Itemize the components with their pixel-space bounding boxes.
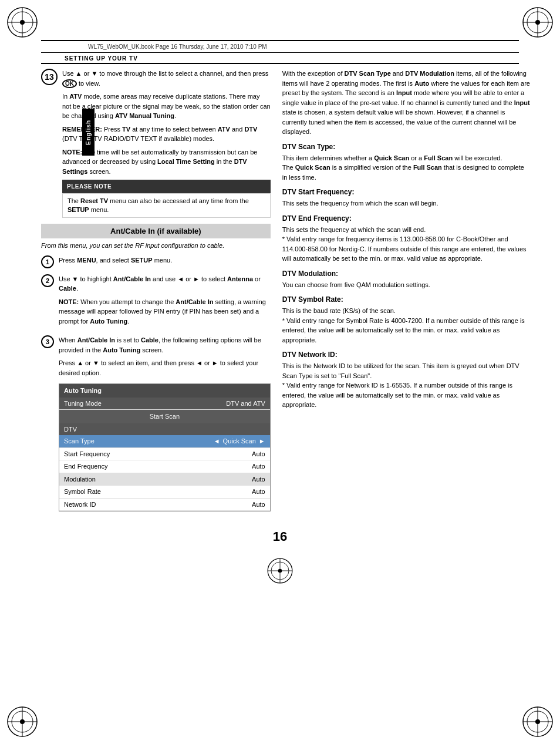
tv-menu-start-freq-row: Start Frequency Auto bbox=[59, 448, 270, 461]
step-3-text: When Ant/Cable In is set to Cable, the f… bbox=[59, 335, 271, 355]
network-id-label: Network ID bbox=[64, 500, 96, 510]
right-col-intro: With the exception of DTV Scan Type and … bbox=[282, 69, 531, 137]
right-column: With the exception of DTV Scan Type and … bbox=[282, 69, 531, 517]
tv-menu-header: Auto Tuning bbox=[59, 384, 270, 398]
dtv-end-freq-heading: DTV End Frequency: bbox=[282, 214, 531, 223]
dtv-symbol-rate-body: This is the baud rate (KS/s) of the scan… bbox=[282, 306, 531, 345]
corner-decoration-tl bbox=[5, 5, 40, 40]
corner-decoration-bl bbox=[5, 704, 40, 739]
section-title: SETTING UP YOUR TV bbox=[41, 53, 519, 63]
tv-menu: Auto Tuning Tuning Mode DTV and ATV Star… bbox=[59, 383, 271, 511]
step-2: 2 Use ▼ to highlight Ant/Cable In and us… bbox=[41, 274, 271, 330]
ant-cable-intro: From this menu, you can set the RF input… bbox=[41, 241, 271, 250]
tuning-mode-value: DTV and ATV bbox=[226, 399, 265, 409]
please-note-box: PLEASE NOTE The Reset TV menu can also b… bbox=[62, 180, 271, 218]
step-3-content: When Ant/Cable In is set to Cable, the f… bbox=[59, 335, 271, 511]
dtv-scan-type-heading: DTV Scan Type: bbox=[282, 143, 531, 151]
step-2-note: NOTE: When you attempt to change the Ant… bbox=[59, 297, 271, 326]
svg-point-19 bbox=[535, 719, 540, 724]
please-note-header: PLEASE NOTE bbox=[62, 180, 271, 193]
scan-type-value: ◄ Quick Scan ► bbox=[214, 436, 265, 446]
dtv-modulation-body: You can choose from five QAM modulation … bbox=[282, 280, 531, 290]
dtv-network-id-heading: DTV Network ID: bbox=[282, 351, 531, 359]
network-id-value: Auto bbox=[252, 500, 265, 510]
modulation-value: Auto bbox=[252, 474, 265, 484]
tuning-mode-label: Tuning Mode bbox=[64, 399, 102, 409]
step-3-number: 3 bbox=[41, 335, 54, 348]
modulation-label: Modulation bbox=[64, 474, 96, 484]
end-freq-value: Auto bbox=[252, 462, 265, 472]
main-content: 13 Use ▲ or ▼ to move through the list t… bbox=[41, 69, 519, 517]
corner-decoration-br bbox=[520, 704, 555, 739]
ant-cable-section-header: Ant/Cable In (if available) bbox=[41, 224, 271, 238]
tv-menu-start-scan: Start Scan bbox=[59, 410, 270, 423]
svg-point-9 bbox=[535, 20, 540, 25]
symbol-rate-value: Auto bbox=[252, 487, 265, 497]
tv-menu-tuning-mode-row: Tuning Mode DTV and ATV bbox=[59, 398, 270, 410]
start-freq-label: Start Frequency bbox=[64, 449, 110, 459]
step-13-text: Use ▲ or ▼ to move through the list to s… bbox=[62, 69, 271, 88]
tv-menu-end-freq-row: End Frequency Auto bbox=[59, 460, 270, 473]
dtv-modulation-heading: DTV Modulation: bbox=[282, 270, 531, 278]
tv-menu-network-id-row: Network ID Auto bbox=[59, 499, 270, 511]
tv-menu-symbol-rate-row: Symbol Rate Auto bbox=[59, 486, 270, 499]
step-1-number: 1 bbox=[41, 255, 54, 268]
left-column: 13 Use ▲ or ▼ to move through the list t… bbox=[41, 69, 271, 517]
dtv-network-id-body: This is the Network ID to be utilized fo… bbox=[282, 361, 531, 410]
step-1: 1 Press MENU, and select SETUP menu. bbox=[41, 255, 271, 268]
please-note-body: The Reset TV menu can also be accessed a… bbox=[62, 193, 271, 218]
dtv-start-freq-heading: DTV Start Frequency: bbox=[282, 188, 531, 196]
dtv-scan-type-body: This item determines whether a Quick Sca… bbox=[282, 153, 531, 183]
svg-point-14 bbox=[20, 719, 25, 724]
svg-point-24 bbox=[278, 569, 282, 573]
step-13: 13 Use ▲ or ▼ to move through the list t… bbox=[41, 69, 271, 218]
corner-decoration-tr bbox=[520, 5, 555, 40]
step-3-text2: Press ▲ or ▼ to select an item, and then… bbox=[59, 358, 271, 378]
bottom-center-decoration bbox=[265, 556, 295, 585]
tv-menu-modulation-row: Modulation Auto bbox=[59, 473, 270, 486]
page-number: 16 bbox=[0, 529, 560, 544]
arrow-left-icon: ◄ bbox=[214, 436, 220, 446]
step-13-number: 13 bbox=[41, 69, 58, 85]
dtv-start-freq-body: This sets the frequency from which the s… bbox=[282, 198, 531, 208]
end-freq-label: End Frequency bbox=[64, 462, 108, 472]
tv-menu-scan-type-row: Scan Type ◄ Quick Scan ► bbox=[59, 435, 270, 448]
scan-type-label: Scan Type bbox=[64, 436, 95, 446]
language-tab: English bbox=[82, 109, 95, 156]
step-2-number: 2 bbox=[41, 274, 54, 287]
step-2-text: Use ▼ to highlight Ant/Cable In and use … bbox=[59, 274, 271, 294]
step-2-content: Use ▼ to highlight Ant/Cable In and use … bbox=[59, 274, 271, 330]
step-1-content: Press MENU, and select SETUP menu. bbox=[59, 255, 271, 265]
file-info: WL75_WebOM_UK.book Page 16 Thursday, Jun… bbox=[41, 40, 519, 53]
svg-point-4 bbox=[20, 20, 25, 25]
dtv-symbol-rate-heading: DTV Symbol Rate: bbox=[282, 295, 531, 304]
symbol-rate-label: Symbol Rate bbox=[64, 487, 101, 497]
arrow-right-icon: ► bbox=[259, 436, 265, 446]
dtv-end-freq-body: This sets the frequency at which the sca… bbox=[282, 225, 531, 264]
tv-menu-dtv-label: DTV bbox=[59, 423, 270, 436]
step-3: 3 When Ant/Cable In is set to Cable, the… bbox=[41, 335, 271, 511]
start-freq-value: Auto bbox=[252, 449, 265, 459]
